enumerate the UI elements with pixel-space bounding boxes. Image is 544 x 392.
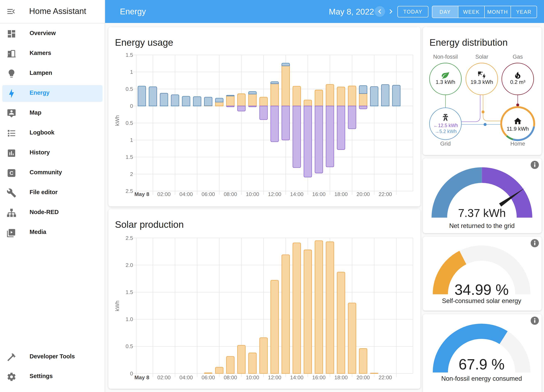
svg-text:2.5: 2.5 (126, 188, 133, 194)
svg-text:1: 1 (130, 69, 133, 75)
svg-text:10:00: 10:00 (246, 191, 259, 197)
svg-text:20:00: 20:00 (356, 191, 370, 197)
svg-text:16:00: 16:00 (312, 374, 325, 380)
svg-text:12:00: 12:00 (268, 191, 281, 197)
svg-text:19.3 kWh: 19.3 kWh (471, 79, 493, 85)
svg-text:0: 0 (130, 370, 133, 377)
svg-text:1.5: 1.5 (126, 52, 133, 58)
svg-text:Self-consumed solar energy: Self-consumed solar energy (442, 297, 521, 304)
svg-text:16:00: 16:00 (312, 191, 325, 197)
svg-text:1: 1 (130, 137, 133, 143)
svg-text:10:00: 10:00 (246, 374, 259, 380)
svg-text:0.5: 0.5 (126, 120, 133, 126)
svg-text:←12.5 kWh: ←12.5 kWh (433, 123, 458, 128)
svg-text:0.2 m³: 0.2 m³ (510, 79, 525, 85)
svg-text:May 8: May 8 (135, 191, 149, 197)
svg-text:Solar: Solar (475, 54, 488, 60)
svg-text:08:00: 08:00 (224, 191, 237, 197)
svg-text:1.5: 1.5 (126, 289, 133, 295)
svg-text:Home: Home (510, 141, 525, 147)
svg-text:14:00: 14:00 (290, 191, 303, 197)
svg-text:→5.2 kWh: →5.2 kWh (435, 129, 456, 134)
svg-text:Grid: Grid (440, 141, 451, 147)
svg-text:1.0: 1.0 (126, 316, 133, 322)
svg-text:0.5: 0.5 (126, 343, 133, 349)
svg-text:04:00: 04:00 (179, 374, 193, 380)
svg-text:22:00: 22:00 (378, 191, 392, 197)
svg-text:18:00: 18:00 (334, 374, 348, 380)
svg-text:18:00: 18:00 (334, 191, 348, 197)
svg-text:7.37 kWh: 7.37 kWh (458, 207, 506, 219)
svg-text:22:00: 22:00 (378, 374, 392, 380)
svg-text:0.5: 0.5 (126, 86, 133, 92)
svg-text:0: 0 (130, 103, 133, 109)
svg-text:Non-fossil: Non-fossil (433, 54, 458, 60)
svg-text:2.5: 2.5 (126, 235, 133, 241)
svg-text:67.9 %: 67.9 % (459, 356, 505, 373)
svg-text:14:00: 14:00 (290, 374, 303, 380)
svg-text:06:00: 06:00 (201, 374, 215, 380)
svg-text:08:00: 08:00 (224, 374, 237, 380)
svg-text:11.9 kWh: 11.9 kWh (507, 126, 529, 132)
svg-text:kWh: kWh (114, 300, 120, 311)
svg-text:2.0: 2.0 (126, 262, 133, 268)
svg-text:1.3 kWh: 1.3 kWh (436, 79, 455, 85)
svg-text:2: 2 (130, 171, 133, 177)
svg-text:12:00: 12:00 (268, 374, 281, 380)
svg-text:Gas: Gas (513, 54, 523, 60)
svg-text:20:00: 20:00 (356, 374, 370, 380)
svg-text:06:00: 06:00 (201, 191, 215, 197)
svg-text:02:00: 02:00 (157, 374, 171, 380)
svg-text:02:00: 02:00 (157, 191, 171, 197)
svg-text:May 8: May 8 (135, 374, 149, 380)
svg-text:1.5: 1.5 (126, 154, 133, 160)
svg-text:Net returned to the grid: Net returned to the grid (449, 222, 515, 229)
svg-text:Non-fossil energy consumed: Non-fossil energy consumed (441, 375, 522, 382)
svg-text:34.99 %: 34.99 % (455, 282, 509, 298)
svg-text:04:00: 04:00 (179, 191, 193, 197)
svg-text:kWh: kWh (114, 115, 120, 126)
